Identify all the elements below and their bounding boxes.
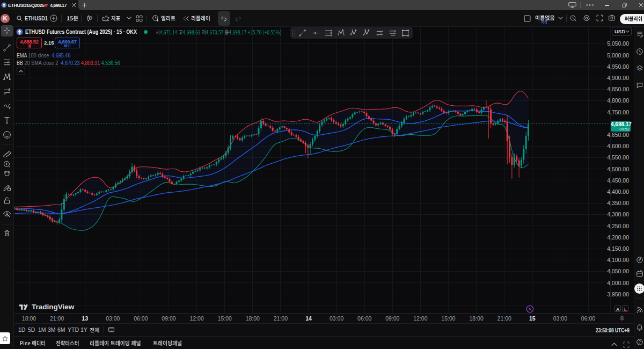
svg-text:1: 1 [352,29,353,31]
svg-text:A: A [364,29,366,31]
